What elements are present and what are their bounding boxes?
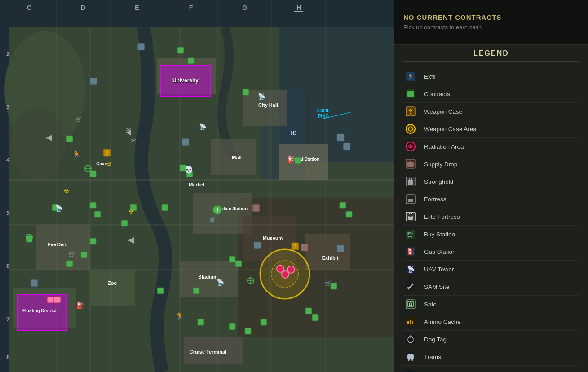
svg-text:🏃: 🏃 bbox=[407, 73, 415, 80]
legend-label-dog-tag: Dog Tag bbox=[424, 336, 447, 343]
svg-point-163 bbox=[406, 124, 415, 133]
legend-label-buy-station: Buy Station bbox=[424, 231, 455, 238]
legend-items-container: 🏃ExfilContracts?Weapon CaseWeapon Case A… bbox=[403, 68, 579, 372]
legend-section: LEGEND 🏃ExfilContracts?Weapon CaseWeapon… bbox=[394, 45, 588, 372]
svg-rect-117 bbox=[343, 143, 350, 150]
legend-item-gas-station: ⛽Gas Station bbox=[403, 243, 579, 261]
svg-text:6: 6 bbox=[6, 262, 10, 270]
svg-rect-96 bbox=[331, 283, 337, 289]
svg-rect-102 bbox=[90, 238, 96, 244]
svg-text:?: ? bbox=[294, 244, 296, 249]
legend-icon-radiation-area bbox=[403, 140, 418, 153]
legend-item-sam-site: SAM Site bbox=[403, 278, 579, 296]
svg-text:🛒: 🛒 bbox=[325, 280, 332, 287]
svg-text:Zoo: Zoo bbox=[108, 280, 117, 286]
svg-text:?: ? bbox=[106, 151, 108, 155]
svg-text:8: 8 bbox=[6, 354, 10, 361]
legend-label-sam-site: SAM Site bbox=[424, 283, 449, 290]
svg-rect-16 bbox=[36, 225, 90, 270]
legend-item-taxi-boat: Taxi Boat bbox=[403, 366, 579, 372]
legend-item-supply-drop: Supply Drop bbox=[403, 155, 579, 173]
legend-item-fortress: Fortress bbox=[403, 190, 579, 208]
legend-icon-uav-tower: 📡 bbox=[403, 263, 418, 275]
svg-rect-77 bbox=[243, 89, 249, 95]
legend-icon-safe bbox=[403, 298, 418, 310]
svg-rect-173 bbox=[409, 178, 410, 181]
svg-rect-118 bbox=[337, 245, 344, 252]
svg-text:☢: ☢ bbox=[128, 208, 134, 215]
svg-text:📡: 📡 bbox=[258, 93, 266, 101]
svg-text:✂: ✂ bbox=[131, 137, 136, 144]
legend-label-fortress: Fortress bbox=[424, 196, 447, 203]
svg-rect-104 bbox=[66, 261, 73, 267]
legend-item-weapon-case: ?Weapon Case bbox=[403, 103, 579, 120]
svg-text:7: 7 bbox=[6, 315, 10, 323]
legend-item-trams: Trams bbox=[403, 348, 579, 366]
legend-label-stronghold: Stronghold bbox=[424, 178, 453, 185]
legend-item-buy-station: 🛒Buy Station bbox=[403, 226, 579, 243]
legend-item-stronghold: Stronghold bbox=[403, 173, 579, 190]
map-area: C D E F G H 2 3 4 5 6 7 8 University Cit… bbox=[0, 0, 394, 372]
svg-text:EXFIL: EXFIL bbox=[317, 108, 330, 113]
legend-icon-elite-fortress bbox=[403, 210, 418, 223]
svg-rect-103 bbox=[81, 252, 87, 258]
svg-rect-83 bbox=[193, 288, 199, 294]
svg-rect-95 bbox=[346, 211, 352, 217]
legend-icon-sam-site bbox=[403, 280, 418, 293]
legend-label-gas-station: Gas Station bbox=[424, 248, 456, 255]
legend-icon-gas-station: ⛽ bbox=[403, 245, 418, 258]
svg-point-166 bbox=[408, 144, 413, 149]
svg-rect-99 bbox=[90, 171, 96, 177]
legend-label-weapon-case: Weapon Case bbox=[424, 108, 462, 115]
svg-text:Mall: Mall bbox=[232, 155, 241, 160]
svg-text:☢: ☢ bbox=[64, 188, 69, 195]
legend-label-trams: Trams bbox=[424, 354, 441, 360]
svg-text:🏃: 🏃 bbox=[71, 150, 82, 159]
svg-rect-93 bbox=[157, 288, 164, 294]
svg-text:🛒: 🛒 bbox=[75, 116, 82, 123]
legend-icon-trams bbox=[403, 350, 418, 363]
legend-item-radiation-area: Radiation Area bbox=[403, 138, 579, 155]
legend-item-ammo-cache: Ammo Cache bbox=[403, 313, 579, 331]
legend-item-contracts: Contracts bbox=[403, 85, 579, 103]
svg-text:H3: H3 bbox=[291, 131, 297, 136]
legend-icon-dog-tag bbox=[403, 333, 418, 345]
svg-text:H: H bbox=[296, 4, 301, 11]
legend-label-weapon-case-area: Weapon Case Area bbox=[424, 126, 477, 133]
legend-icon-ammo-cache bbox=[403, 315, 418, 328]
svg-text:E: E bbox=[135, 4, 139, 11]
legend-label-ammo-cache: Ammo Cache bbox=[424, 319, 461, 325]
legend-icon-weapon-case: ? bbox=[403, 105, 418, 118]
svg-text:C: C bbox=[27, 4, 31, 11]
svg-rect-116 bbox=[337, 134, 344, 141]
svg-rect-78 bbox=[295, 157, 301, 164]
svg-text:?: ? bbox=[409, 108, 413, 115]
svg-point-123 bbox=[287, 266, 295, 273]
legend-icon-stronghold bbox=[403, 175, 418, 188]
legend-item-dog-tag: Dog Tag bbox=[403, 331, 579, 348]
svg-rect-87 bbox=[235, 261, 242, 267]
svg-text:🛒: 🛒 bbox=[209, 216, 216, 223]
contracts-section: NO CURRENT CONTRACTS Pick up contracts t… bbox=[394, 0, 588, 45]
svg-text:Museum: Museum bbox=[263, 235, 283, 241]
svg-text:D: D bbox=[81, 4, 85, 11]
svg-rect-76 bbox=[188, 58, 194, 64]
svg-text:⛽: ⛽ bbox=[287, 155, 295, 163]
svg-point-204 bbox=[408, 359, 410, 361]
svg-rect-113 bbox=[90, 78, 97, 85]
legend-icon-contracts bbox=[403, 88, 418, 100]
svg-text:G: G bbox=[243, 4, 248, 11]
svg-text:!: ! bbox=[217, 207, 218, 213]
svg-rect-88 bbox=[245, 328, 251, 334]
svg-text:3: 3 bbox=[6, 103, 10, 111]
legend-label-elite-fortress: Elite Fortress bbox=[424, 213, 460, 220]
svg-text:⛽: ⛽ bbox=[76, 301, 84, 309]
legend-item-safe: Safe bbox=[403, 296, 579, 313]
svg-text:📡: 📡 bbox=[199, 123, 207, 131]
svg-point-205 bbox=[411, 359, 413, 361]
svg-rect-79 bbox=[90, 202, 96, 208]
svg-rect-10 bbox=[279, 144, 328, 180]
svg-rect-91 bbox=[312, 314, 318, 321]
svg-text:⛽: ⛽ bbox=[407, 248, 415, 256]
svg-rect-85 bbox=[229, 256, 235, 262]
